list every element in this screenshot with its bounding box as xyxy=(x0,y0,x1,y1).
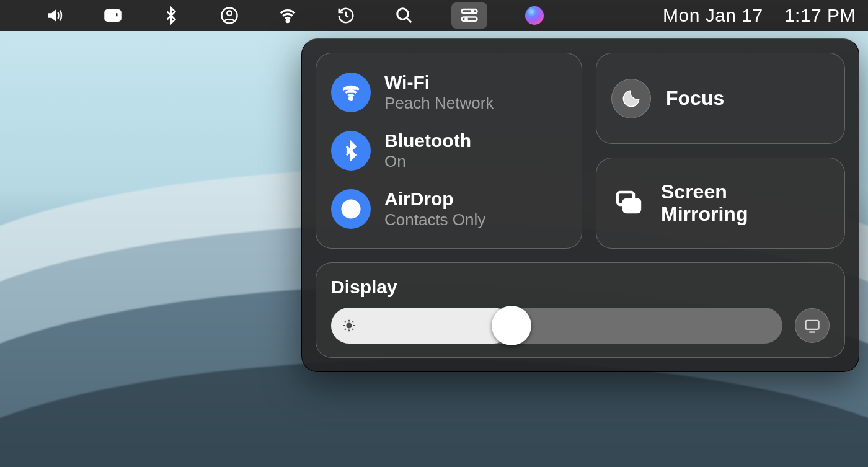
svg-point-7 xyxy=(397,9,409,20)
svg-rect-1 xyxy=(107,12,113,14)
user-icon[interactable] xyxy=(218,4,241,27)
focus-title: Focus xyxy=(666,87,724,110)
airdrop-status: Contacts Only xyxy=(384,210,485,229)
screen-mirroring-title: Screen Mirroring xyxy=(661,181,748,225)
svg-point-9 xyxy=(471,9,474,13)
menu-bar: Mon Jan 17 1:17 PM xyxy=(0,0,868,31)
svg-point-15 xyxy=(342,200,360,218)
wifi-toggle[interactable]: Wi-Fi Peach Network xyxy=(331,72,567,113)
display-tile: Display xyxy=(316,262,845,358)
airdrop-title: AirDrop xyxy=(384,189,485,209)
svg-point-5 xyxy=(227,11,232,16)
screen-mirroring-icon xyxy=(611,189,646,218)
svg-point-11 xyxy=(464,17,468,21)
bluetooth-icon[interactable] xyxy=(160,4,182,27)
screen-mirroring-tile[interactable]: Screen Mirroring xyxy=(596,158,845,249)
wifi-status: Peach Network xyxy=(384,94,494,113)
siri-icon[interactable] xyxy=(523,4,546,27)
keyboard-viewer-icon[interactable] xyxy=(102,4,124,27)
brightness-slider-thumb[interactable] xyxy=(492,306,531,345)
svg-rect-19 xyxy=(806,321,819,329)
svg-rect-2 xyxy=(107,16,113,17)
brightness-min-icon xyxy=(342,319,356,332)
brightness-slider-fill xyxy=(331,308,512,344)
menubar-time[interactable]: 1:17 PM xyxy=(769,5,856,26)
svg-point-6 xyxy=(286,20,289,22)
svg-rect-10 xyxy=(462,17,477,21)
display-settings-button[interactable] xyxy=(795,308,830,343)
svg-rect-3 xyxy=(115,12,118,17)
focus-tile[interactable]: Focus xyxy=(596,53,845,144)
bluetooth-status: On xyxy=(384,152,471,171)
svg-point-12 xyxy=(350,97,353,100)
airdrop-toggle-icon xyxy=(331,189,371,229)
menubar-date[interactable]: Mon Jan 17 xyxy=(648,5,769,26)
bluetooth-toggle-icon xyxy=(331,131,371,171)
bluetooth-toggle[interactable]: Bluetooth On xyxy=(331,130,567,171)
wifi-title: Wi-Fi xyxy=(384,72,494,92)
svg-point-18 xyxy=(347,323,351,327)
svg-rect-8 xyxy=(462,9,477,13)
connectivity-tile: Wi-Fi Peach Network Bluetooth On xyxy=(316,53,582,249)
bluetooth-title: Bluetooth xyxy=(384,130,471,151)
volume-icon[interactable] xyxy=(43,4,66,27)
wifi-toggle-icon xyxy=(331,73,371,112)
spotlight-icon[interactable] xyxy=(393,4,415,27)
time-machine-icon[interactable] xyxy=(335,4,357,27)
control-center-panel: Wi-Fi Peach Network Bluetooth On xyxy=(301,38,859,372)
control-center-icon[interactable] xyxy=(451,2,487,29)
wifi-icon[interactable] xyxy=(277,4,299,27)
focus-icon xyxy=(611,79,651,118)
display-heading: Display xyxy=(331,277,830,298)
brightness-slider[interactable] xyxy=(331,308,782,344)
airdrop-toggle[interactable]: AirDrop Contacts Only xyxy=(331,189,567,229)
svg-rect-17 xyxy=(624,200,640,212)
